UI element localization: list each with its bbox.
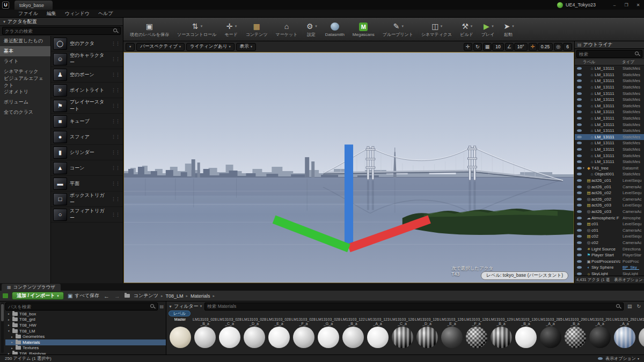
visibility-eye-icon[interactable] bbox=[577, 223, 582, 225]
tree-folder-row[interactable]: ▸ Geometries bbox=[5, 334, 166, 339]
outliner-row[interactable]: ◎ act26_c01 CameraAc bbox=[575, 183, 644, 190]
category-item[interactable]: ビジュアルエフェクト bbox=[0, 77, 50, 87]
visibility-eye-icon[interactable] bbox=[577, 117, 582, 120]
outliner-row[interactable]: ⌂ LM_13111 StaticMes bbox=[575, 134, 644, 141]
outliner-row[interactable]: ▤ act26_c03 LevelSequ bbox=[575, 202, 644, 209]
outliner-row[interactable]: ⌂ Object001 StaticMes bbox=[575, 171, 644, 178]
toolbar-button[interactable]: ▦ コンテンツ bbox=[243, 21, 271, 38]
visibility-eye-icon[interactable] bbox=[577, 235, 582, 238]
forward-button[interactable]: → bbox=[114, 293, 121, 299]
asset-search-input[interactable] bbox=[207, 304, 614, 309]
save-all-button[interactable]: ▣ すべて保存 bbox=[68, 292, 99, 299]
toolbar-button[interactable]: ▣ 現在のレベルを保存 bbox=[127, 21, 172, 38]
transform-tool-icon[interactable]: ✛ bbox=[464, 43, 472, 51]
toolbar-button[interactable]: ▶ ▾ プレイ bbox=[478, 21, 498, 38]
filters-button[interactable]: ▼ フィルター ▾ bbox=[169, 303, 202, 310]
asset-tile[interactable]: LM13103_285 _A_a bbox=[538, 317, 562, 354]
toolbar-button[interactable]: ⚙ ▾ 設定 bbox=[302, 21, 320, 38]
level-tab[interactable]: tokyo_base bbox=[14, 1, 53, 10]
tree-folder-row[interactable]: ▾ T08_LM bbox=[5, 328, 166, 334]
asset-tile[interactable]: LM13103_122 _B_a bbox=[341, 317, 365, 354]
content-browser-tab[interactable]: ▦ コンテンツブラウザ bbox=[2, 284, 61, 291]
back-button[interactable]: ← bbox=[103, 293, 110, 299]
asset-tile[interactable]: LM13103_028 _B_a bbox=[193, 317, 217, 354]
maximize-button[interactable]: ❐ bbox=[620, 0, 632, 10]
toolbar-button[interactable]: ✎ ▾ ブループリント bbox=[379, 21, 416, 38]
asset-tile[interactable]: LM13103_293 _A_a bbox=[637, 317, 644, 354]
place-actor-item[interactable]: ● スフィア ⋮⋮ bbox=[51, 129, 123, 145]
toolbar-button[interactable]: Datasmith bbox=[322, 21, 348, 38]
expand-arrow-icon[interactable]: ▸ bbox=[10, 335, 14, 338]
menu-item[interactable]: ヘルプ bbox=[94, 10, 118, 17]
category-item[interactable]: 全てのクラス bbox=[0, 107, 50, 117]
outliner-row[interactable]: ◎ act26_c03 CameraAc bbox=[575, 209, 644, 215]
asset-tile[interactable]: LM13103_028 _F_a bbox=[291, 317, 316, 354]
outliner-row[interactable]: ▾ ◆ T43_tree Datasmit bbox=[575, 165, 644, 172]
visibility-eye-icon[interactable] bbox=[577, 67, 582, 70]
visibility-eye-icon[interactable] bbox=[577, 186, 582, 188]
outliner-row[interactable]: ◎ c02 CameraAc bbox=[575, 240, 644, 246]
outliner-row[interactable]: ▤ c02 LevelSequ bbox=[575, 233, 644, 240]
outliner-row[interactable]: ⌂ LM_13111 StaticMes bbox=[575, 115, 644, 122]
drag-grip-icon[interactable]: ⋮⋮ bbox=[111, 119, 121, 124]
visibility-eye-icon[interactable] bbox=[577, 266, 582, 269]
snap-value[interactable]: 10 bbox=[492, 43, 503, 51]
refresh-icon[interactable]: ↻ bbox=[635, 304, 642, 309]
toolbar-button[interactable]: M Megascans bbox=[349, 21, 378, 38]
expand-arrow-icon[interactable]: ▸ bbox=[7, 318, 11, 321]
view-settings-icon[interactable]: ▤ bbox=[626, 304, 633, 309]
dropdown-caret-icon[interactable]: ▾ bbox=[201, 24, 203, 28]
drag-grip-icon[interactable]: ⋮⋮ bbox=[111, 103, 121, 108]
outliner-row[interactable]: ⌂ LM_13111 StaticMes bbox=[575, 152, 644, 159]
toolbar-button[interactable]: ⇅ ▾ ソースコントロール bbox=[174, 21, 219, 38]
outliner-row[interactable]: ⌂ LM_13111 StaticMes bbox=[575, 159, 644, 165]
place-actor-item[interactable]: ☀ ポイントライト ⋮⋮ bbox=[51, 83, 123, 98]
visibility-eye-icon[interactable] bbox=[577, 110, 582, 113]
outliner-row[interactable]: ⌂ LM_13111 StaticMes bbox=[575, 121, 644, 128]
camera-orbit-icon[interactable]: ↻ bbox=[473, 43, 482, 51]
menu-item[interactable]: ウィンドウ bbox=[61, 10, 94, 17]
expand-arrow-icon[interactable]: ▾ bbox=[7, 329, 11, 333]
category-item[interactable]: ボリューム bbox=[0, 97, 50, 107]
outliner-search-box[interactable] bbox=[576, 50, 642, 58]
visibility-eye-icon[interactable] bbox=[577, 154, 582, 157]
outliner-row[interactable]: ⌂ LM_13111 StaticMes bbox=[575, 128, 644, 134]
drag-grip-icon[interactable]: ⋮⋮ bbox=[111, 181, 121, 186]
outliner-tab[interactable]: ▤ アウトライナ bbox=[575, 41, 644, 49]
place-actor-item[interactable]: ◯ 空のアクタ ⋮⋮ bbox=[51, 36, 123, 51]
outliner-row[interactable]: ⌂ LM_13111 StaticMes bbox=[575, 140, 644, 146]
outliner-row[interactable]: ☀ Light Source Directiona bbox=[575, 246, 644, 252]
place-actor-item[interactable]: ☺ 空のキャラクター ⋮⋮ bbox=[51, 51, 123, 67]
visibility-eye-icon[interactable] bbox=[577, 123, 582, 126]
dropdown-caret-icon[interactable]: ▾ bbox=[492, 24, 494, 28]
outliner-row[interactable]: ⌂ LM_13111 StaticMes bbox=[575, 72, 644, 78]
filter-chip-level[interactable]: レベル bbox=[169, 311, 191, 316]
rotation-snap-icon[interactable]: ∠ bbox=[505, 43, 514, 51]
outliner-search-input[interactable] bbox=[579, 51, 633, 57]
expand-arrow-icon[interactable]: ▸ bbox=[7, 323, 11, 327]
visibility-eye-icon[interactable] bbox=[577, 198, 582, 201]
expand-arrow-icon[interactable]: ▸ bbox=[7, 312, 11, 315]
outliner-row[interactable]: ◎ c01 CameraAc bbox=[575, 227, 644, 233]
viewport-options-button[interactable]: ▾ bbox=[126, 43, 135, 51]
class-search-input[interactable] bbox=[5, 28, 112, 34]
asset-tile[interactable]: Master bbox=[168, 317, 192, 354]
drag-grip-icon[interactable]: ⋮⋮ bbox=[111, 87, 121, 93]
visibility-eye-icon[interactable] bbox=[577, 98, 582, 101]
visibility-eye-icon[interactable] bbox=[577, 217, 582, 219]
visibility-eye-icon[interactable] bbox=[577, 142, 582, 144]
asset-tile[interactable]: LM13103_028 _D_a bbox=[242, 317, 266, 354]
visibility-eye-icon[interactable] bbox=[577, 179, 582, 182]
category-item[interactable]: ライト bbox=[0, 56, 50, 67]
close-button[interactable]: ✕ bbox=[632, 0, 644, 10]
breadcrumb-item[interactable]: コンテンツ bbox=[134, 292, 158, 299]
expand-arrow-icon[interactable]: ▸ bbox=[10, 341, 14, 344]
category-item[interactable]: 基本 bbox=[0, 46, 50, 56]
tree-folder-row[interactable]: ▸ T08_Rainbow bbox=[5, 351, 166, 354]
outliner-row[interactable]: ☁ Atmospheric F Atmosphe bbox=[575, 215, 644, 221]
menu-item[interactable]: 編集 bbox=[42, 10, 61, 17]
visibility-eye-icon[interactable] bbox=[577, 248, 582, 250]
dropdown-caret-icon[interactable]: ▾ bbox=[512, 24, 514, 28]
asset-tile[interactable]: LM13103_126 _D_a bbox=[415, 317, 439, 354]
view-options-button[interactable]: 表示オプション bbox=[605, 356, 636, 361]
